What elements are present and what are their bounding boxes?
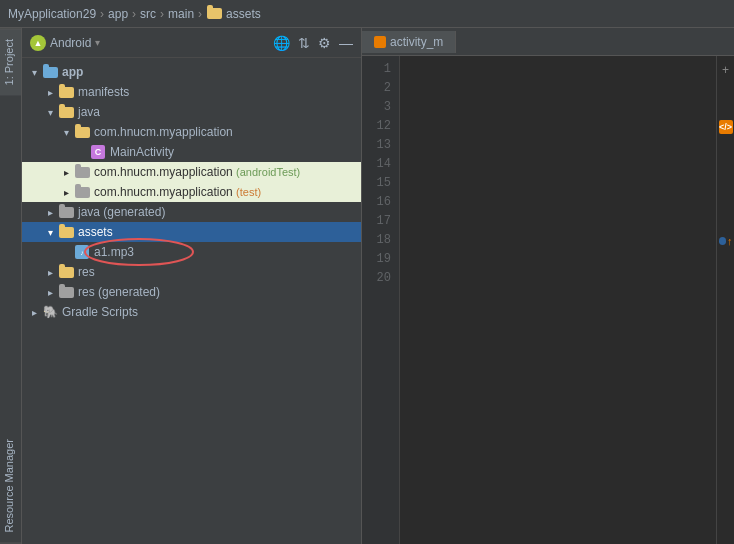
mp3-icon: ♪ (74, 244, 90, 260)
gutter-line-2 (719, 98, 733, 117)
panel-title[interactable]: ▲ Android ▾ (30, 35, 100, 51)
app-folder-icon (42, 64, 58, 80)
res-gen-label: res (generated) (78, 285, 160, 299)
arrow-app (26, 67, 42, 78)
breadcrumb-app[interactable]: MyApplication29 (8, 7, 96, 21)
line-12: 12 (377, 117, 391, 136)
panel-header-icons: 🌐 ⇅ ⚙ — (273, 35, 353, 51)
panel-title-label: Android (50, 36, 91, 50)
blue-dot (719, 237, 727, 245)
orange-icon: </> (719, 120, 733, 134)
project-tab[interactable]: 1: Project (0, 28, 21, 95)
content-area: activity_m 1 2 3 12 13 14 15 16 17 18 19… (362, 28, 734, 544)
breadcrumb-main[interactable]: main (168, 7, 194, 21)
breadcrumb-assets: assets (206, 6, 261, 22)
editor-body[interactable] (400, 56, 716, 544)
com1-folder-icon (74, 124, 90, 140)
gutter-empty-3 (719, 174, 733, 193)
arrow-res (42, 267, 58, 278)
project-panel: ▲ Android ▾ 🌐 ⇅ ⚙ — app (22, 28, 362, 544)
breadcrumb-app-label[interactable]: app (108, 7, 128, 21)
arrow-assets (42, 227, 58, 238)
line-2: 2 (384, 79, 391, 98)
line-19: 19 (377, 250, 391, 269)
gutter-empty-1 (719, 136, 733, 155)
tree-item-com1[interactable]: com.hnucm.myapplication (22, 122, 361, 142)
arrow-com2 (58, 167, 74, 178)
tree-item-java-gen[interactable]: java (generated) (22, 202, 361, 222)
sync-icon[interactable]: ⇅ (298, 35, 310, 51)
java-label: java (78, 105, 100, 119)
globe-icon[interactable]: 🌐 (273, 35, 290, 51)
tree-item-app[interactable]: app (22, 62, 361, 82)
gradle-icon: 🐘 (42, 304, 58, 320)
java-folder-icon (58, 104, 74, 120)
com2-label: com.hnucm.myapplication (androidTest) (94, 165, 300, 179)
tree-item-com3[interactable]: com.hnucm.myapplication (test) (22, 182, 361, 202)
gutter-empty-6 (719, 250, 733, 269)
line-14: 14 (377, 155, 391, 174)
breadcrumb-sep-4: › (198, 7, 202, 21)
com2-folder-icon (74, 164, 90, 180)
assets-folder-icon (206, 6, 222, 22)
arrow-res-gen (42, 287, 58, 298)
gutter-empty-5 (719, 212, 733, 231)
res-label: res (78, 265, 95, 279)
right-gutter: + </> ↑ (716, 56, 734, 544)
com3-label: com.hnucm.myapplication (test) (94, 185, 261, 199)
gutter-empty-2 (719, 155, 733, 174)
tree-item-a1mp3[interactable]: ♪ a1.mp3 (22, 242, 361, 262)
class-icon: C (90, 144, 106, 160)
line-3: 3 (384, 98, 391, 117)
minimize-icon[interactable]: — (339, 35, 353, 51)
tab-icon (374, 36, 386, 48)
side-panel-left: 1: Project Resource Manager (0, 28, 22, 544)
editor-tabs: activity_m (362, 28, 734, 56)
line-17: 17 (377, 212, 391, 231)
tree-item-gradle[interactable]: 🐘 Gradle Scripts (22, 302, 361, 322)
line-16: 16 (377, 193, 391, 212)
editor-tab-activity[interactable]: activity_m (362, 31, 456, 53)
resource-manager-tab[interactable]: Resource Manager (0, 429, 21, 544)
line-13: 13 (377, 136, 391, 155)
settings-icon[interactable]: ⚙ (318, 35, 331, 51)
assets-folder-icon-tree (58, 224, 74, 240)
panel-dropdown-arrow[interactable]: ▾ (95, 37, 100, 48)
line-18: 18 (377, 231, 391, 250)
res-folder-icon (58, 264, 74, 280)
arrow-com3 (58, 187, 74, 198)
expand-icon: + (722, 63, 729, 77)
panel-header: ▲ Android ▾ 🌐 ⇅ ⚙ — (22, 28, 361, 58)
app-label: app (62, 65, 83, 79)
mainactivity-label: MainActivity (110, 145, 174, 159)
line-20: 20 (377, 269, 391, 288)
breadcrumb-sep-2: › (132, 7, 136, 21)
manifests-label: manifests (78, 85, 129, 99)
gutter-empty-4 (719, 193, 733, 212)
tree-item-manifests[interactable]: manifests (22, 82, 361, 102)
gutter-line-1 (719, 79, 733, 98)
gutter-expand: + (719, 60, 733, 79)
editor-content: 1 2 3 12 13 14 15 16 17 18 19 20 + (362, 56, 734, 544)
android-icon: ▲ (30, 35, 46, 51)
gutter-orange: </> (719, 117, 733, 136)
breadcrumb-src[interactable]: src (140, 7, 156, 21)
breadcrumb: MyApplication29 › app › src › main › ass… (0, 0, 734, 28)
tree-item-res[interactable]: res (22, 262, 361, 282)
arrow-manifests (42, 87, 58, 98)
tree-item-java[interactable]: java (22, 102, 361, 122)
line-numbers: 1 2 3 12 13 14 15 16 17 18 19 20 (362, 56, 400, 544)
arrow-com1 (58, 127, 74, 138)
project-tree: app manifests java (22, 58, 361, 544)
tree-item-com2[interactable]: com.hnucm.myapplication (androidTest) (22, 162, 361, 182)
java-gen-folder-icon (58, 204, 74, 220)
breadcrumb-sep-3: › (160, 7, 164, 21)
tree-item-assets[interactable]: assets (22, 222, 361, 242)
line-15: 15 (377, 174, 391, 193)
gradle-label: Gradle Scripts (62, 305, 138, 319)
tree-item-mainactivity[interactable]: C MainActivity (22, 142, 361, 162)
gutter-line-19: ↑ (719, 231, 733, 250)
assets-label: assets (78, 225, 113, 239)
tab-label: activity_m (390, 35, 443, 49)
tree-item-res-gen[interactable]: res (generated) (22, 282, 361, 302)
